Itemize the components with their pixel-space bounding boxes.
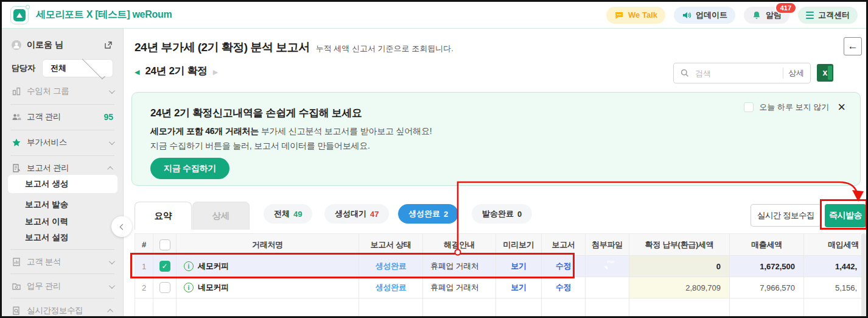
table-row: 2 i네모커피 생성완료 휴폐업 거래처 보기 수정 PDF 2,809,709… bbox=[135, 277, 862, 299]
customers-count: 95 bbox=[103, 112, 113, 122]
sidebar-item-realtime-collect[interactable]: 실시간정보수집 bbox=[2, 303, 123, 318]
chevron-down-icon bbox=[109, 283, 115, 289]
col-index: # bbox=[135, 234, 153, 256]
divider bbox=[10, 274, 114, 274]
col-report-status: 보고서 상태 bbox=[359, 234, 423, 256]
page-title: 24년 부가세 (2기 확정) 분석 보고서 bbox=[135, 40, 310, 55]
empty-row bbox=[135, 299, 862, 318]
sidebar-subitem-report-send[interactable]: 보고서 발송 bbox=[2, 197, 123, 213]
chevron-left-icon bbox=[120, 224, 126, 230]
group-icon bbox=[12, 87, 21, 96]
user-name: 이로움 님 bbox=[27, 40, 98, 51]
update-label: 업데이트 bbox=[696, 10, 727, 21]
main-content: 24년 부가세 (2기 확정) 분석 보고서 누적 세액 신고서 기준으로 조회… bbox=[124, 29, 866, 316]
sidebar-item-report-management[interactable]: 보고서 관리 bbox=[2, 160, 123, 176]
chevron-down-icon bbox=[82, 56, 105, 79]
info-icon[interactable]: i bbox=[184, 283, 194, 292]
sidebar-collapse-button[interactable] bbox=[111, 216, 132, 237]
divider bbox=[10, 104, 114, 105]
divider bbox=[10, 249, 114, 250]
sidebar-subitem-report-history[interactable]: 보고서 이력 bbox=[2, 214, 123, 230]
dismiss-today-checkbox[interactable] bbox=[744, 102, 754, 112]
manager-label: 담당자 bbox=[12, 63, 42, 74]
support-center-button[interactable]: 고객센터 bbox=[798, 7, 858, 24]
col-confirmed-tax: 확정 납부(환급)세액 bbox=[629, 234, 730, 256]
divider bbox=[10, 130, 114, 130]
sidebar-item-customers[interactable]: 고객 관리 95 bbox=[2, 109, 123, 125]
col-attachment: 첨부파일 bbox=[586, 234, 629, 256]
close-icon[interactable] bbox=[838, 101, 845, 114]
realtime-icon bbox=[12, 306, 21, 316]
collect-now-button[interactable]: 지금 수집하기 bbox=[150, 158, 229, 179]
tab-detail[interactable]: 상세 bbox=[192, 202, 250, 230]
sidebar-subitem-report-settings[interactable]: 보고서 설정 bbox=[2, 230, 123, 246]
update-button[interactable]: 업데이트 bbox=[674, 7, 735, 24]
client-name: 네모커피 bbox=[198, 282, 229, 293]
row-checkbox[interactable] bbox=[159, 282, 170, 293]
banner-line2: 지금 수집하기 버튼을 눌러, 보고서 데이터를 만들어보세요. bbox=[150, 141, 370, 152]
top-header: 세모리포트 X [테스트] weRoum We Talk 업데이트 알림 417… bbox=[2, 2, 866, 29]
client-name: 세모커피 bbox=[198, 261, 229, 272]
chevron-down-icon bbox=[109, 258, 115, 264]
filter-generated[interactable]: 생성완료2 bbox=[398, 204, 458, 224]
divider bbox=[10, 155, 114, 156]
external-link-icon[interactable] bbox=[103, 40, 113, 50]
chevron-down-icon bbox=[109, 139, 115, 145]
app-logo-icon bbox=[10, 6, 29, 24]
manager-select[interactable]: 전체 bbox=[42, 59, 113, 77]
col-preview: 미리보기 bbox=[496, 234, 542, 256]
col-client-name: 거래처명 bbox=[177, 234, 359, 256]
page-subtitle: 누적 세액 신고서 기준으로 조회됩니다. bbox=[316, 43, 453, 54]
manager-selected-value: 전체 bbox=[51, 63, 79, 74]
wetalk-button[interactable]: We Talk bbox=[606, 7, 665, 24]
alerts-button[interactable]: 알림 417 bbox=[744, 7, 789, 24]
chevron-down-icon bbox=[109, 88, 115, 94]
search-input[interactable] bbox=[694, 68, 779, 79]
dismiss-today-label: 오늘 하루 보지 않기 bbox=[759, 102, 829, 113]
realtime-collect-button[interactable]: 실시간 정보수집 bbox=[751, 204, 821, 227]
sidebar-item-addon-services[interactable]: 부가서비스 bbox=[2, 135, 123, 150]
chat-bubble-icon bbox=[614, 10, 624, 20]
sidebar-item-client-group[interactable]: 수임처 그룹 bbox=[2, 83, 123, 99]
edit-report-link[interactable]: 수정 bbox=[556, 283, 571, 292]
back-arrow-button[interactable] bbox=[844, 37, 862, 55]
wetalk-label: We Talk bbox=[628, 10, 657, 19]
support-label: 고객센터 bbox=[818, 10, 850, 21]
excel-export-icon[interactable] bbox=[817, 64, 833, 82]
col-resolution-guide: 해결안내 bbox=[423, 234, 496, 256]
send-now-button[interactable]: 즉시발송 bbox=[825, 204, 866, 227]
filter-pending[interactable]: 생성대기47 bbox=[324, 204, 389, 224]
col-purchase-tax: 매입세액 bbox=[804, 234, 862, 256]
sidebar: 이로움 님 담당자 전체 수임처 그룹 고객 관리 95 부가서비스 bbox=[2, 29, 124, 316]
col-select bbox=[153, 234, 177, 256]
preview-link[interactable]: 보기 bbox=[511, 283, 526, 292]
select-all-checkbox[interactable] bbox=[159, 239, 170, 250]
sidebar-subitem-report-create[interactable]: 보고서 생성 bbox=[8, 175, 117, 193]
header-actions: We Talk 업데이트 알림 417 고객센터 bbox=[606, 7, 858, 24]
edit-report-link[interactable]: 수정 bbox=[556, 261, 571, 270]
status-badge: 생성완료 bbox=[359, 277, 423, 299]
sidebar-item-task-management[interactable]: 업무 관리 bbox=[2, 278, 123, 294]
hamburger-icon bbox=[806, 12, 814, 19]
search-box: 상세 bbox=[673, 63, 811, 83]
scrollbar-track[interactable] bbox=[861, 233, 866, 318]
app-window: 세모리포트 X [테스트] weRoum We Talk 업데이트 알림 417… bbox=[0, 0, 868, 318]
preview-link[interactable]: 보기 bbox=[511, 261, 526, 270]
sidebar-item-customer-analysis[interactable]: 고객 분석 bbox=[2, 254, 123, 270]
tab-summary[interactable]: 요약 bbox=[135, 202, 192, 230]
next-period-icon[interactable] bbox=[213, 66, 218, 77]
search-detail-toggle[interactable]: 상세 bbox=[783, 68, 804, 79]
manager-filter-row: 담당자 전체 bbox=[2, 59, 123, 77]
filter-sent[interactable]: 발송완료0 bbox=[472, 204, 532, 224]
tasks-icon bbox=[12, 281, 21, 291]
divider bbox=[10, 298, 114, 299]
prev-period-icon[interactable] bbox=[135, 66, 139, 77]
info-icon[interactable]: i bbox=[184, 261, 194, 271]
banner-line1: 세모가게 포함 46개 거래처는 부가세 신고분석 보고서를 받아보고 싶어해요… bbox=[150, 126, 432, 137]
banner-title: 24년 2기 확정신고내역을 손쉽게 수집해 보세요 bbox=[150, 106, 362, 120]
filter-all[interactable]: 전체49 bbox=[264, 204, 312, 224]
row-checkbox[interactable] bbox=[159, 261, 170, 272]
chevron-up-icon bbox=[107, 166, 113, 172]
col-report: 보고서 bbox=[542, 234, 586, 256]
analysis-icon bbox=[12, 257, 21, 267]
